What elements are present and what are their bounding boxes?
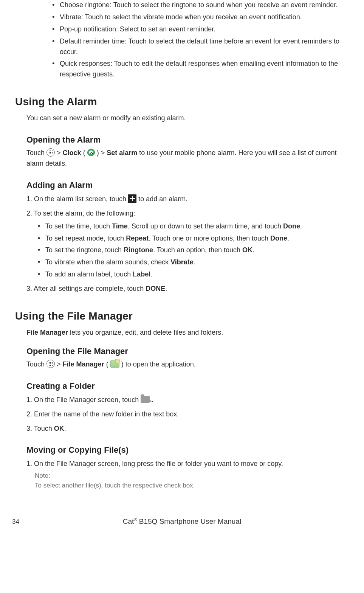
list-item: To add an alarm label, touch Label. <box>38 269 349 280</box>
bullet-text: Vibrate: Touch to select the vibrate mod… <box>60 13 302 21</box>
file-manager-intro: File Manager lets you organize, edit, an… <box>26 328 349 338</box>
text: . <box>194 258 195 266</box>
plus-icon <box>128 194 136 203</box>
set-alarm-label: Set alarm <box>107 149 137 157</box>
text: . Touch one or more options, then touch <box>149 234 270 242</box>
heading-using-the-file-manager: Using the File Manager <box>15 310 349 322</box>
list-item: Default reminder time: Touch to select t… <box>52 36 349 57</box>
text: B15Q Smartphone User Manual <box>137 517 242 525</box>
label-label: Label <box>133 270 150 278</box>
list-item: Vibrate: Touch to select the vibrate mod… <box>52 12 349 23</box>
text: lets you organize, edit, and delete file… <box>68 329 223 336</box>
file-manager-label: File Manager <box>63 360 104 368</box>
text: To set the ringtone, touch <box>45 246 124 254</box>
move-step-1: 1. On the File Manager screen, long pres… <box>26 459 349 469</box>
text: . <box>64 425 66 432</box>
text: to add an alarm. <box>138 195 187 203</box>
ringtone-label: Ringtone <box>124 246 153 254</box>
bullet-text: Pop-up notification: Select to set an ev… <box>60 25 215 33</box>
text: Touch <box>26 360 46 368</box>
step-1: 1. On the alarm list screen, touch to ad… <box>26 194 349 205</box>
time-label: Time <box>112 222 128 230</box>
text: Touch <box>26 149 46 157</box>
done-label: DONE <box>146 285 165 292</box>
text: . <box>287 234 289 242</box>
text: Cat <box>123 517 134 525</box>
text: ( <box>83 149 85 157</box>
text: To add an alarm label, touch <box>45 270 133 278</box>
opening-alarm-paragraph: Touch > Clock ( ) > Set alarm to use you… <box>26 148 349 169</box>
text: . Scroll up or down to set the alarm tim… <box>128 222 283 230</box>
text: > <box>57 149 63 157</box>
alarm-intro: You can set a new alarm or modify an exi… <box>26 113 349 124</box>
text: . <box>300 222 302 230</box>
text: . <box>150 270 152 278</box>
text: . Touch an option, then touch <box>153 246 242 254</box>
text: . <box>165 285 167 292</box>
text: > <box>57 360 63 368</box>
text: 3. Touch <box>26 425 54 432</box>
done-label: Done <box>283 222 300 230</box>
apps-icon <box>46 148 55 157</box>
vibrate-label: Vibrate <box>170 258 194 266</box>
text: ) > <box>97 149 107 157</box>
new-folder-icon <box>141 396 150 403</box>
apps-icon <box>46 360 55 368</box>
heading-adding-an-alarm: Adding an Alarm <box>26 180 349 190</box>
intro-bullet-list: Choose ringtone: Touch to select the rin… <box>26 0 349 80</box>
text: To vibrate when the alarm sounds, check <box>45 258 170 266</box>
footer-title: Cat® B15Q Smartphone User Manual <box>123 517 241 526</box>
text: 3. After all settings are complete, touc… <box>26 285 146 292</box>
heading-opening-the-file-manager: Opening the File Manager <box>26 346 349 356</box>
bullet-text: Default reminder time: Touch to select t… <box>60 37 339 56</box>
heading-moving-or-copying-files: Moving or Copying File(s) <box>26 445 349 455</box>
heading-creating-a-folder: Creating a Folder <box>26 381 349 391</box>
list-item: To set repeat mode, touch Repeat. Touch … <box>38 233 349 244</box>
text: To set repeat mode, touch <box>45 234 126 242</box>
heading-opening-the-alarm: Opening the Alarm <box>26 135 349 145</box>
repeat-label: Repeat <box>126 234 149 242</box>
text: ( <box>106 360 108 368</box>
note-label: Note: <box>35 471 349 481</box>
list-item: To set the ringtone, touch Ringtone. Tou… <box>38 245 349 256</box>
bullet-text: Quick responses: Touch to edit the defau… <box>60 60 338 78</box>
file-manager-icon <box>110 360 119 368</box>
registered-mark: ® <box>134 517 137 522</box>
list-item: Pop-up notification: Select to set an ev… <box>52 24 349 35</box>
list-item: Quick responses: Touch to edit the defau… <box>52 59 349 80</box>
done-label: Done <box>270 234 287 242</box>
ok-label: OK <box>242 246 252 254</box>
file-manager-label: File Manager <box>26 329 68 336</box>
step-2: 2. To set the alarm, do the following: <box>26 208 349 219</box>
create-step-3: 3. Touch OK. <box>26 424 349 434</box>
create-step-2: 2. Enter the name of the new folder in t… <box>26 409 349 420</box>
create-step-1: 1. On the File Manager screen, touch . <box>26 395 349 405</box>
ok-label: OK <box>54 425 64 432</box>
clock-icon <box>87 149 95 156</box>
text: . <box>252 246 254 254</box>
bullet-text: Choose ringtone: Touch to select the rin… <box>60 1 338 9</box>
page-footer: 34 Cat® B15Q Smartphone User Manual <box>15 514 349 529</box>
opening-file-manager-paragraph: Touch > File Manager ( ) to open the app… <box>26 359 349 370</box>
text: 1. On the File Manager screen, touch <box>26 396 141 404</box>
step-3: 3. After all settings are complete, touc… <box>26 284 349 294</box>
page-number: 34 <box>12 518 19 526</box>
clock-label: Clock <box>63 149 81 157</box>
text: ) to open the application. <box>121 360 196 368</box>
list-item: To vibrate when the alarm sounds, check … <box>38 257 349 268</box>
list-item: To set the time, touch Time. Scroll up o… <box>38 221 349 232</box>
alarm-settings-list: To set the time, touch Time. Scroll up o… <box>26 221 349 280</box>
text: To set the time, touch <box>45 222 112 230</box>
note-body: To select another file(s), touch the res… <box>35 481 349 491</box>
heading-using-the-alarm: Using the Alarm <box>15 96 349 108</box>
list-item: Choose ringtone: Touch to select the rin… <box>52 0 349 11</box>
text: 1. On the alarm list screen, touch <box>26 195 128 203</box>
